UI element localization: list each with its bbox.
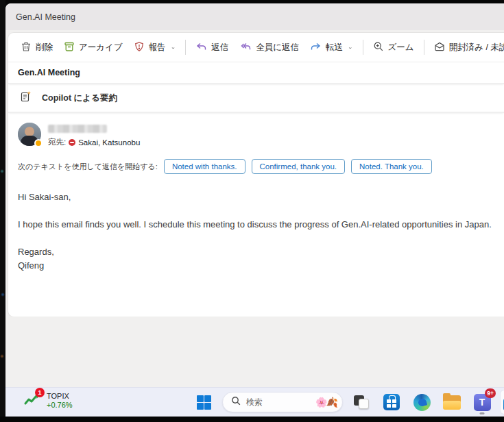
suggested-replies-row: 次のテキストを使用して返信を開始する: Noted with thanks. C… [18,159,504,174]
trash-icon [21,41,32,54]
widgets-button[interactable]: 1 TOPIX +0.76% [23,391,73,409]
presence-away-icon [34,139,43,147]
suggested-reply-1[interactable]: Noted with thanks. [164,159,245,174]
reply-icon [195,41,207,54]
edge-button[interactable] [410,390,433,414]
reply-label: 返信 [211,42,228,53]
window-titlebar: Gen.AI Meeting [5,3,504,30]
task-view-icon [354,395,369,409]
reading-pane: 削除 アーカイブ 報告 ⌄ [8,33,504,316]
toolbar-separator [363,40,363,55]
outlook-message-window: Gen.AI Meeting 削除 アーカイブ [5,3,504,417]
outlook-button[interactable]: O NEW [501,390,504,414]
file-explorer-button[interactable] [440,390,464,414]
widget-ticker-change: +0.76% [47,401,73,409]
forward-icon [310,41,322,54]
message-body-area: 宛先: Sakai, Katsunobu 次のテキストを使用して返信を開始する:… [8,113,504,343]
reply-all-icon [239,41,252,54]
microsoft-store-icon [383,394,400,410]
file-explorer-icon [443,395,461,410]
suggested-replies-label: 次のテキストを使用して返信を開始する: [18,162,158,172]
forward-button[interactable]: 転送 ⌄ [304,37,359,58]
copilot-summary-row[interactable]: Copilot による要約 [8,84,504,113]
task-view-button[interactable] [350,390,373,414]
desktop-edge-bottom [0,417,504,422]
window-title: Gen.AI Meeting [16,12,75,22]
zoom-button[interactable]: ズーム [368,37,420,58]
message-toolbar: 削除 アーカイブ 報告 ⌄ [8,33,504,62]
report-button[interactable]: 報告 ⌄ [128,37,182,58]
presence-busy-icon [69,139,75,146]
report-shield-icon [134,41,145,54]
window-background [5,316,504,390]
microsoft-store-button[interactable] [380,390,403,414]
recipient-name[interactable]: Sakai, Katsunobu [78,138,140,147]
forward-label: 転送 [326,42,343,53]
mail-read-icon [434,41,445,54]
email-body: Hi Sakai-san, I hope this email finds yo… [18,190,504,273]
search-seasonal-icon: 🌸🍂 [315,397,337,408]
read-unread-label: 開封済み / 未読 [449,42,504,53]
teams-notification-badge: 9+ [485,388,496,398]
zoom-label: ズーム [388,42,414,53]
search-icon [231,396,241,408]
copilot-summary-icon [19,90,32,106]
chevron-down-icon: ⌄ [171,45,176,50]
archive-label: アーカイブ [79,42,123,53]
edge-icon [413,394,431,411]
body-closing: Regards, [18,245,504,259]
windows-logo-icon [197,395,211,410]
copilot-summary-label: Copilot による要約 [42,92,117,104]
archive-icon [64,41,75,54]
zoom-icon [373,41,384,54]
toolbar-separator [185,40,186,55]
body-signature: Qifeng [18,259,504,273]
taskbar-search[interactable]: 検索 🌸🍂 [222,392,343,412]
widget-notification-badge: 1 [35,388,45,397]
sender-row: 宛先: Sakai, Katsunobu [18,123,504,147]
delete-button[interactable]: 削除 [15,37,58,58]
toolbar-separator [424,40,424,55]
to-label: 宛先: [48,137,66,147]
reply-all-label: 全員に返信 [256,42,299,53]
body-greeting: Hi Sakai-san, [18,190,504,204]
desktop-edge-left [0,0,5,417]
windows-taskbar: 1 TOPIX +0.76% 検索 🌸🍂 [5,387,504,417]
sender-name-redacted [48,125,107,133]
start-button[interactable] [192,390,215,414]
email-subject: Gen.AI Meeting [18,68,80,77]
report-label: 報告 [149,42,166,53]
delete-label: 削除 [36,42,53,53]
reply-all-button[interactable]: 全員に返信 [234,37,304,58]
subject-row: Gen.AI Meeting [8,62,504,84]
widget-ticker-name: TOPIX [47,392,73,400]
read-unread-button[interactable]: 開封済み / 未読 [429,37,504,58]
body-paragraph: I hope this email finds you well. I sche… [18,218,504,232]
teams-button[interactable]: T 9+ [470,390,494,414]
search-placeholder: 検索 [246,397,315,408]
sender-avatar[interactable] [18,123,41,146]
chevron-down-icon: ⌄ [348,45,353,50]
suggested-reply-3[interactable]: Noted. Thank you. [351,159,432,174]
suggested-reply-2[interactable]: Confirmed, thank you. [252,159,346,174]
reply-button[interactable]: 返信 [190,37,234,58]
running-indicator [480,412,485,414]
archive-button[interactable]: アーカイブ [58,37,128,58]
